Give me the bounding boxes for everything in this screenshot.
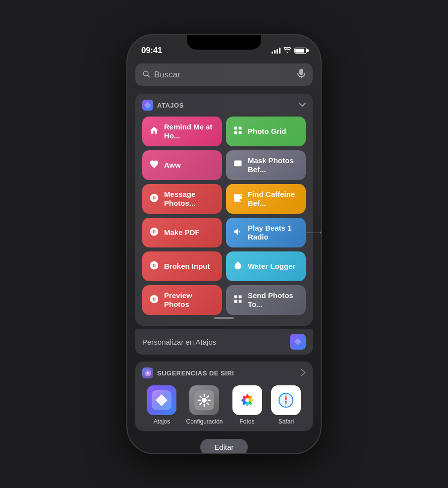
shortcut-play-beats[interactable]: Play Beats 1 Radio — [226, 218, 306, 247]
connector-dot — [320, 231, 321, 234]
atajos-section: ATAJOS Remind Me at Ho... — [135, 94, 313, 326]
connector-line — [306, 233, 321, 233]
make-pdf-icon — [149, 227, 159, 239]
scroll-dot — [214, 317, 234, 319]
remind-icon — [149, 125, 159, 138]
siri-title: SUGERENCIAS DE SIRI — [157, 369, 234, 377]
shortcut-mask-photos[interactable]: Mask Photos Bef... — [226, 150, 306, 180]
edit-btn-container: Editar — [135, 439, 313, 453]
play-beats-icon — [233, 227, 243, 239]
aww-icon — [149, 159, 159, 172]
atajos-app-icon — [147, 385, 176, 415]
preview-photos-icon — [149, 294, 159, 306]
notch — [187, 35, 261, 50]
personalizar-row[interactable]: Personalizar en Atajos — [135, 329, 313, 355]
broken-input-icon — [149, 260, 159, 273]
shortcuts-app-icon — [142, 100, 153, 111]
remind-label: Remind Me at Ho... — [164, 122, 215, 140]
find-caffeine-icon — [233, 193, 243, 205]
make-pdf-label: Make PDF — [164, 228, 200, 237]
battery-icon — [294, 48, 307, 54]
siri-app-atajos[interactable]: Atajos — [147, 385, 176, 425]
siri-icon — [142, 367, 153, 378]
svg-line-1 — [148, 75, 150, 77]
siri-header: SUGERENCIAS DE SIRI — [142, 367, 306, 378]
shortcut-send-photos[interactable]: Send Photos To... — [226, 285, 306, 315]
safari-app-icon — [271, 385, 301, 415]
atajos-chevron[interactable] — [299, 101, 306, 109]
shortcut-make-pdf[interactable]: Make PDF — [142, 218, 222, 247]
signal-bars — [272, 48, 280, 54]
shortcut-preview-photos[interactable]: Preview Photos — [142, 285, 222, 315]
phone-screen: 09:41 — [127, 35, 321, 453]
status-time: 09:41 — [141, 46, 162, 56]
signal-bar-2 — [274, 50, 276, 54]
photo-grid-icon — [233, 125, 243, 138]
content-area: Buscar — [127, 60, 321, 453]
preview-photos-label: Preview Photos — [164, 291, 215, 309]
signal-bar-1 — [272, 52, 273, 54]
battery-fill — [295, 49, 304, 53]
find-caffeine-label: Find Caffeine Bef... — [248, 190, 299, 208]
config-app-icon — [189, 385, 219, 415]
broken-input-label: Broken Input — [164, 262, 210, 271]
siri-chevron[interactable] — [301, 369, 306, 377]
phone-frame: 09:41 — [127, 35, 321, 453]
message-photos-icon — [149, 193, 159, 205]
send-photos-icon — [233, 294, 243, 306]
edit-button[interactable]: Editar — [200, 439, 247, 453]
siri-app-config[interactable]: Configuración — [186, 385, 223, 425]
scroll-indicator — [142, 317, 306, 319]
shortcut-aww[interactable]: Aww — [142, 150, 222, 180]
aww-label: Aww — [164, 161, 181, 170]
shortcut-photo-grid[interactable]: Photo Grid — [226, 117, 306, 146]
fotos-app-label: Fotos — [239, 418, 254, 425]
search-icon — [142, 70, 150, 80]
mask-photos-icon — [233, 159, 243, 172]
config-app-label: Configuración — [186, 418, 223, 425]
svg-point-6 — [146, 371, 149, 374]
shortcut-broken-input[interactable]: Broken Input — [142, 251, 222, 281]
safari-app-label: Safari — [279, 418, 294, 425]
photo-grid-label: Photo Grid — [248, 127, 286, 136]
send-photos-label: Send Photos To... — [248, 291, 299, 309]
svg-point-9 — [202, 398, 207, 403]
shortcut-find-caffeine[interactable]: Find Caffeine Bef... — [226, 184, 306, 214]
search-bar[interactable]: Buscar — [135, 63, 313, 86]
mask-photos-label: Mask Photos Bef... — [248, 156, 299, 174]
shortcut-water-logger[interactable]: Water Logger — [226, 251, 306, 281]
search-placeholder: Buscar — [154, 70, 293, 80]
svg-rect-4 — [234, 160, 242, 166]
mic-icon[interactable] — [297, 68, 306, 81]
fotos-app-icon — [232, 385, 262, 415]
svg-point-19 — [245, 398, 249, 402]
signal-bar-3 — [277, 49, 278, 54]
siri-section: SUGERENCIAS DE SIRI — [135, 362, 313, 431]
status-icons — [272, 47, 307, 55]
shortcuts-grid: Remind Me at Ho... Photo Grid Aww — [142, 117, 306, 315]
personalizar-text: Personalizar en Atajos — [142, 338, 216, 346]
shortcut-message-photos[interactable]: Message Photos... — [142, 184, 222, 214]
svg-rect-2 — [299, 69, 303, 75]
atajos-app-label: Atajos — [154, 418, 170, 425]
atajos-title: ATAJOS — [157, 102, 184, 109]
water-logger-icon — [233, 260, 243, 273]
water-logger-label: Water Logger — [248, 262, 295, 271]
shortcuts-badge-icon — [290, 334, 306, 350]
message-photos-label: Message Photos... — [164, 190, 215, 208]
siri-app-safari[interactable]: Safari — [271, 385, 301, 425]
play-beats-label: Play Beats 1 Radio — [248, 224, 299, 242]
wifi-icon — [283, 47, 291, 55]
shortcut-remind-me[interactable]: Remind Me at Ho... — [142, 117, 222, 146]
signal-bar-4 — [279, 48, 280, 54]
siri-app-fotos[interactable]: Fotos — [232, 385, 262, 425]
siri-apps-grid: Atajos Co — [142, 385, 306, 425]
atajos-title-row: ATAJOS — [142, 100, 184, 111]
atajos-header: ATAJOS — [142, 100, 306, 111]
siri-title-row: SUGERENCIAS DE SIRI — [142, 367, 234, 378]
